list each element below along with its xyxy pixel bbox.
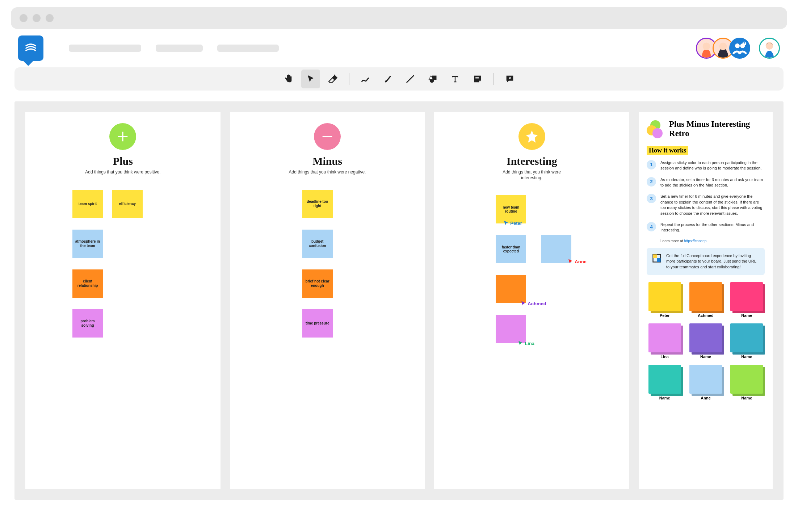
color-swatch[interactable]: Name [729, 323, 765, 359]
color-swatch[interactable]: Anne [688, 365, 723, 400]
notes-area-interesting[interactable]: new team routinefaster than expectedPete… [441, 195, 622, 449]
color-swatch-grid: PeterAchmedNameLinaNameNameNameAnneName [647, 282, 765, 400]
step-text: Assign a sticky color to each person par… [660, 160, 765, 171]
window-control-dot [33, 14, 41, 22]
svg-point-1 [703, 42, 710, 50]
swatch-label: Lina [647, 355, 682, 359]
sticky-note[interactable]: time pressure [302, 309, 333, 338]
swatch-label: Achmed [688, 313, 723, 318]
step-number: 1 [647, 160, 656, 169]
color-swatch[interactable]: Name [647, 365, 682, 400]
step-number: 3 [647, 194, 656, 203]
column-plus: Plus Add things that you think were posi… [25, 112, 220, 489]
tool-pen[interactable] [356, 70, 375, 88]
toolbar-divider [494, 73, 494, 85]
tool-brush[interactable] [378, 70, 397, 88]
board-canvas[interactable]: Plus Add things that you think were posi… [14, 101, 784, 500]
swatch-label: Name [729, 355, 765, 359]
sticky-note[interactable]: team spirit [72, 190, 103, 218]
sticky-note[interactable]: deadline too tight [302, 190, 333, 218]
tool-comment[interactable] [500, 70, 519, 88]
step-text: Set a new timer for 8 minutes and give e… [660, 194, 765, 216]
browser-chrome [11, 7, 787, 29]
sticky-note[interactable] [496, 275, 526, 303]
column-title: Plus [33, 155, 213, 167]
instruction-step: 4Repeat the process for the other sectio… [647, 222, 765, 233]
sticky-note[interactable]: atmosphere in the team [72, 230, 103, 258]
panel-title: Plus Minus Interesting Retro [669, 120, 765, 139]
logo-swirl-icon [23, 40, 39, 56]
column-minus: Minus Add things that you think were neg… [230, 112, 425, 489]
share-button[interactable] [729, 38, 750, 59]
sticky-note[interactable]: brief not clear enough [302, 269, 333, 298]
skeleton-bar [69, 45, 141, 52]
skeleton-bar [156, 45, 203, 52]
color-swatch[interactable]: Name [729, 282, 765, 318]
sticky-note[interactable]: budget confusion [302, 230, 333, 258]
tool-select[interactable] [301, 70, 320, 88]
sticky-note[interactable]: client relationship [72, 269, 103, 298]
sticky-note[interactable]: new team routine [496, 195, 526, 223]
learn-more-link[interactable]: https://concep... [684, 239, 710, 243]
window-control-dot [46, 14, 54, 22]
promo-box: Get the full Conceptboard experience by … [647, 248, 765, 275]
info-panel: Plus Minus Interesting Retro How it work… [639, 112, 773, 489]
tool-line[interactable] [401, 70, 420, 88]
swatch-label: Name [688, 355, 723, 359]
column-subtitle: Add things that you think were positive. [83, 169, 163, 175]
column-subtitle: Add things that you think were negative. [287, 169, 367, 175]
color-swatch[interactable]: Name [729, 365, 765, 400]
column-title: Interesting [441, 155, 622, 167]
sticky-note[interactable]: faster than expected [496, 235, 526, 263]
swatch-label: Name [647, 396, 682, 400]
sticky-note[interactable] [496, 315, 526, 343]
notes-area-minus[interactable]: deadline too tightbudget confusionbrief … [237, 190, 418, 443]
step-number: 4 [647, 222, 656, 231]
tool-shape[interactable] [423, 70, 442, 88]
step-text: As moderator, set a timer for 3 minutes … [660, 177, 765, 188]
app-header [0, 29, 798, 67]
svg-point-3 [719, 42, 727, 50]
learn-more-text: Learn more at https://concep... [660, 239, 765, 243]
tool-eraser[interactable] [324, 70, 343, 88]
color-swatch[interactable]: Peter [647, 282, 682, 318]
skeleton-bar [217, 45, 279, 52]
toolbar-divider [349, 73, 349, 85]
sticky-note[interactable]: problem solving [72, 309, 103, 338]
color-swatch[interactable]: Achmed [688, 282, 723, 318]
svg-point-4 [735, 43, 740, 48]
svg-rect-15 [323, 136, 332, 137]
instruction-step: 1Assign a sticky color to each person pa… [647, 160, 765, 171]
swatch-label: Anne [688, 396, 723, 400]
header-breadcrumb-placeholder [69, 45, 279, 52]
color-swatch[interactable]: Name [688, 323, 723, 359]
app-logo[interactable] [18, 35, 43, 61]
column-title: Minus [237, 155, 418, 167]
tool-hand[interactable] [279, 70, 298, 88]
sticky-note[interactable] [541, 235, 571, 263]
instruction-step: 3Set a new timer for 8 minutes and give … [647, 194, 765, 216]
promo-text: Get the full Conceptboard experience by … [666, 253, 760, 270]
conceptboard-logo-icon [652, 253, 662, 263]
plus-icon [109, 123, 136, 150]
svg-rect-14 [475, 79, 479, 79]
swatch-label: Name [729, 396, 765, 400]
toolbar [14, 67, 784, 91]
swatch-label: Name [729, 313, 765, 318]
step-number: 2 [647, 177, 656, 187]
star-icon [518, 123, 545, 150]
svg-rect-8 [744, 42, 744, 43]
step-text: Repeat the process for the other section… [660, 222, 765, 233]
svg-rect-13 [475, 77, 479, 78]
svg-point-10 [766, 42, 773, 50]
header-avatars [700, 38, 780, 59]
tool-sticky-note[interactable] [468, 70, 487, 88]
own-avatar[interactable] [759, 38, 780, 59]
notes-area-plus[interactable]: team spiritefficiencyatmosphere in the t… [33, 190, 213, 443]
sticky-note[interactable]: efficiency [112, 190, 143, 218]
window-control-dot [20, 14, 28, 22]
minus-icon [314, 123, 341, 150]
instruction-step: 2As moderator, set a timer for 3 minutes… [647, 177, 765, 188]
color-swatch[interactable]: Lina [647, 323, 682, 359]
tool-text[interactable] [446, 70, 465, 88]
